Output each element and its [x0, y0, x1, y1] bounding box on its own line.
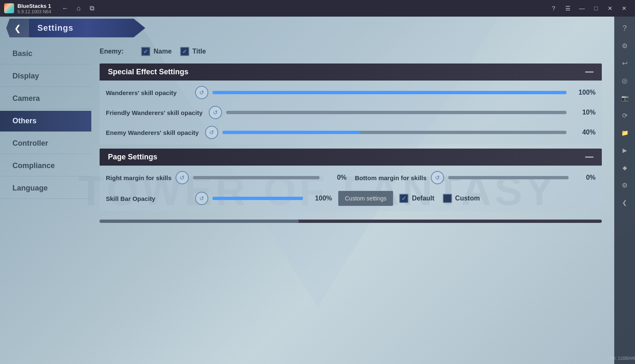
maximize-button[interactable]: □ — [589, 2, 603, 14]
nav-item-others[interactable]: Others — [0, 111, 91, 132]
page-settings-section: Page Settings Right margin for skills ↺ — [100, 149, 602, 211]
right-content: Enemy: Name Title Special Effect Setting… — [91, 39, 614, 364]
sidebar-icon-btn-5[interactable]: 📷 — [617, 90, 632, 105]
slider-row-friendly: Friendly Wanderers' skill opacity ↺ 10% — [106, 103, 596, 122]
side-close-button[interactable]: ✕ — [618, 2, 631, 14]
app-name: BlueStacks 1 — [17, 3, 51, 9]
nav-item-display[interactable]: Display — [0, 66, 91, 87]
skill-bar-fill — [212, 197, 303, 200]
skill-bar-slider-container: ↺ — [195, 192, 303, 205]
enemy-title-checkbox-box[interactable] — [180, 47, 189, 56]
slider-reset-wanderers[interactable]: ↺ — [195, 86, 208, 99]
enemy-title-checkbox[interactable]: Title — [180, 47, 206, 56]
slider-track-wanderers[interactable] — [212, 91, 567, 94]
sidebar-icon-btn-3[interactable]: ↩ — [617, 56, 632, 71]
sidebar-icon-btn-9[interactable]: ◆ — [617, 160, 632, 175]
skill-bar-reset[interactable]: ↺ — [195, 192, 208, 205]
skill-bar-value: 100% — [309, 195, 332, 202]
slider-reset-enemy[interactable]: ↺ — [205, 126, 218, 139]
custom-checkbox-box[interactable] — [443, 194, 452, 203]
skill-bar-track[interactable] — [212, 197, 303, 200]
nav-item-controller[interactable]: Controller — [0, 133, 91, 154]
enemy-name-checkbox[interactable]: Name — [141, 47, 172, 56]
bottom-scrollbar[interactable] — [100, 220, 602, 223]
right-margin-reset[interactable]: ↺ — [176, 171, 189, 184]
slider-track-friendly[interactable] — [226, 111, 567, 114]
nav-item-camera[interactable]: Camera — [0, 88, 91, 109]
sidebar-icon-btn-11[interactable]: ❮ — [617, 195, 632, 210]
bottom-margin-reset[interactable]: ↺ — [431, 171, 444, 184]
slider-row-enemy: Enemy Wanderers' skill opacity ↺ 40% — [106, 122, 596, 142]
app-icon — [4, 3, 14, 13]
skill-bar-row: Skill Bar Opacity ↺ 100% Custom settings — [106, 188, 596, 209]
slider-reset-friendly[interactable]: ↺ — [209, 106, 222, 119]
sidebar-icon-btn-4[interactable]: ◎ — [617, 73, 632, 88]
right-margin-label: Right margin for skills — [106, 174, 171, 181]
page-settings-title: Page Settings — [108, 153, 157, 161]
help-button[interactable]: ? — [547, 2, 560, 14]
special-effect-collapse-btn[interactable] — [585, 71, 593, 73]
special-effect-body: Wanderers' skill opacity ↺ 100% F — [100, 81, 602, 144]
minimize-button[interactable]: — — [575, 2, 589, 14]
sidebar-icon-btn-1[interactable]: ? — [617, 21, 632, 36]
uid-text: UID: 1168044882 — [608, 356, 635, 361]
slider-fill-enemy — [222, 131, 360, 134]
left-nav: Basic Display Camera Others Controller C… — [0, 39, 91, 364]
nav-item-language[interactable]: Language — [0, 178, 91, 199]
skill-bar-label: Skill Bar Opacity — [106, 195, 189, 202]
sidebar-icon-btn-6[interactable]: ⟳ — [617, 108, 632, 123]
nav-item-basic[interactable]: Basic — [0, 44, 91, 64]
page-settings-body: Right margin for skills ↺ 0% Bottom marg… — [100, 166, 602, 211]
right-margin-col: Right margin for skills ↺ 0% — [106, 171, 347, 184]
nav-copy-btn[interactable]: ⧉ — [86, 2, 98, 14]
sidebar-icon-btn-8[interactable]: ▶ — [617, 143, 632, 158]
default-mode-label: Default — [412, 195, 434, 202]
sidebar-icon-btn-10[interactable]: ⚙ — [617, 178, 632, 193]
custom-mode-checkbox[interactable]: Custom — [443, 194, 480, 203]
bottom-margin-label: Bottom margin for skills — [355, 174, 427, 181]
bottom-margin-track[interactable] — [448, 176, 569, 179]
slider-track-enemy[interactable] — [222, 131, 567, 134]
special-effect-title: Special Effect Settings — [108, 68, 188, 76]
page-settings-header: Page Settings — [100, 149, 602, 166]
nav-back-btn[interactable]: ← — [59, 2, 71, 14]
right-sidebar: ? ⚙ ↩ ◎ 📷 ⟳ 📁 ▶ ◆ ⚙ ❮ UID: 1168044882 — [614, 17, 635, 364]
enemy-title-label: Title — [193, 48, 206, 55]
slider-row-wanderers: Wanderers' skill opacity ↺ 100% — [106, 83, 596, 103]
slider-container-wanderers: ↺ — [195, 86, 567, 99]
custom-settings-button[interactable]: Custom settings — [338, 191, 393, 206]
margin-row: Right margin for skills ↺ 0% Bottom marg… — [106, 168, 596, 188]
slider-fill-friendly — [226, 111, 260, 114]
app-version: 5.9.12.1003 N64 — [17, 9, 51, 14]
bottom-margin-value: 0% — [573, 174, 596, 181]
mode-row: Default Custom — [399, 194, 480, 203]
default-checkbox-box[interactable] — [399, 194, 408, 203]
slider-fill-wanderers — [212, 91, 567, 94]
page-settings-collapse-btn[interactable] — [585, 156, 593, 158]
nav-item-compliance[interactable]: Compliance — [0, 156, 91, 176]
close-button[interactable]: ✕ — [603, 2, 617, 14]
settings-title: Settings — [37, 23, 73, 33]
bottom-margin-col: Bottom margin for skills ↺ 0% — [355, 171, 596, 184]
sidebar-icon-btn-2[interactable]: ⚙ — [617, 38, 632, 53]
title-bar-left: BlueStacks 1 5.9.12.1003 N64 ← ⌂ ⧉ — [4, 2, 98, 14]
content-area: ❮ Settings Basic Display Camera Others C… — [0, 17, 614, 364]
app-name-group: BlueStacks 1 5.9.12.1003 N64 — [17, 3, 51, 14]
special-effect-section: Special Effect Settings Wanderers' skill… — [100, 64, 602, 144]
nav-home-btn[interactable]: ⌂ — [73, 2, 84, 14]
enemy-name-checkbox-box[interactable] — [141, 47, 150, 56]
right-margin-track[interactable] — [193, 176, 320, 179]
special-effect-header: Special Effect Settings — [100, 64, 602, 81]
slider-container-enemy: ↺ — [205, 126, 567, 139]
back-button[interactable]: ❮ — [6, 19, 29, 37]
custom-mode-label: Custom — [455, 195, 480, 202]
sidebar-icon-btn-7[interactable]: 📁 — [617, 125, 632, 140]
enemy-name-label: Name — [154, 48, 172, 55]
menu-button[interactable]: ☰ — [561, 2, 574, 14]
slider-value-enemy: 40% — [573, 129, 596, 136]
default-mode-checkbox[interactable]: Default — [399, 194, 434, 203]
title-bar-right: ? ☰ — □ ✕ ✕ — [547, 2, 631, 14]
title-bar-nav: ← ⌂ ⧉ — [59, 2, 98, 14]
settings-header: ❮ Settings — [0, 17, 614, 39]
right-margin-value: 0% — [324, 174, 347, 181]
